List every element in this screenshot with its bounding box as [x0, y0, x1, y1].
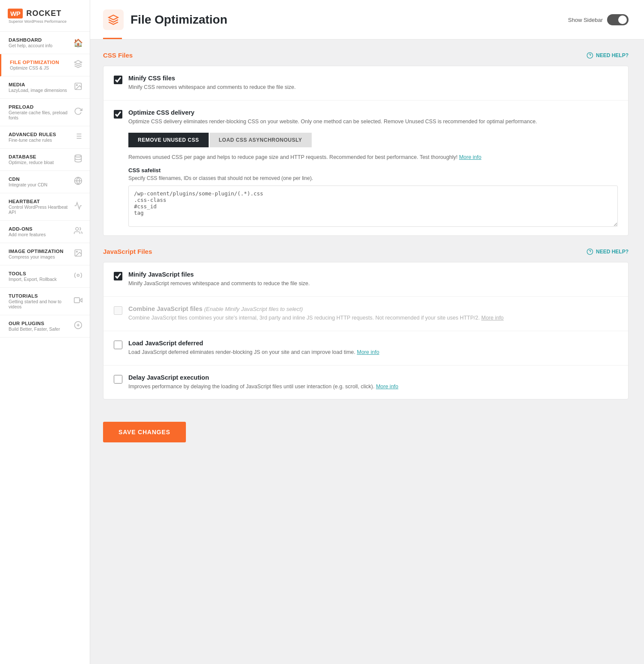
home-icon: 🏠	[73, 38, 83, 48]
header-underline	[103, 38, 122, 39]
css-need-help-link[interactable]: NEED HELP?	[586, 52, 629, 59]
sidebar-item-tutorials[interactable]: TUTORIALS Getting started and how to vid…	[0, 288, 90, 315]
toggle-off-label: OFF	[618, 18, 626, 22]
tutorials-icon	[73, 296, 83, 307]
save-changes-button[interactable]: SAVE CHANGES	[103, 422, 186, 442]
list-icon	[73, 132, 83, 143]
page-title: File Optimization	[131, 13, 228, 27]
content-area: CSS Files NEED HELP? Minify CSS files Mi…	[90, 40, 644, 459]
save-btn-area: SAVE CHANGES	[103, 411, 629, 447]
sidebar-toggle[interactable]: Show Sidebar OFF	[568, 14, 629, 25]
css-section-title: CSS Files	[103, 52, 133, 59]
svg-marker-16	[79, 298, 82, 302]
svg-marker-21	[109, 15, 118, 20]
plugin-icon	[73, 321, 83, 332]
delay-js-label: Delay JavaScript execution	[128, 374, 398, 381]
minify-css-desc: Minify CSS removes whitespace and commen…	[128, 83, 296, 91]
image-opt-icon	[73, 249, 83, 259]
svg-marker-0	[75, 61, 82, 64]
page-icon	[103, 9, 124, 30]
combine-js-label: Combine JavaScript files (Enable Minify …	[128, 305, 504, 312]
svg-point-15	[77, 274, 79, 277]
layers-icon	[73, 60, 83, 70]
combine-js-desc: Combine JavaScript files combines your s…	[128, 314, 504, 322]
optimize-css-label: Optimize CSS delivery	[128, 109, 618, 116]
safelist-label: CSS safelist	[128, 167, 618, 174]
css-card: Minify CSS files Minify CSS removes whit…	[103, 66, 629, 236]
css-need-help-label: NEED HELP?	[596, 52, 629, 58]
js-need-help-label: NEED HELP?	[596, 249, 629, 255]
js-section-title: JavaScript Files	[103, 248, 152, 255]
media-icon	[73, 82, 83, 93]
database-icon	[73, 154, 83, 165]
minify-css-checkbox[interactable]	[114, 76, 122, 84]
load-css-async-btn[interactable]: LOAD CSS ASYNCHRONOUSLY	[210, 133, 312, 147]
globe-icon	[73, 177, 83, 187]
sidebar-item-cdn[interactable]: CDN Integrate your CDN	[0, 171, 90, 193]
optimize-css-row: Optimize CSS delivery Optimize CSS deliv…	[103, 101, 628, 236]
combine-js-checkbox[interactable]	[114, 306, 122, 315]
js-card: Minify JavaScript files Minify JavaScrip…	[103, 262, 629, 399]
logo-tagline: Superior WordPress Performance	[8, 19, 82, 24]
delivery-method-buttons: REMOVE UNUSED CSS LOAD CSS ASYNCHRONOUSL…	[128, 133, 618, 147]
css-section-header: CSS Files NEED HELP?	[103, 52, 629, 59]
sidebar-item-our-plugins[interactable]: OUR PLUGINS Build Better, Faster, Safer	[0, 315, 90, 338]
deferred-more-info[interactable]: More info	[357, 349, 379, 355]
safelist-sub: Specify CSS filenames, IDs or classes th…	[128, 175, 618, 181]
logo-wp-badge: WP	[8, 9, 23, 18]
minify-js-row: Minify JavaScript files Minify JavaScrip…	[103, 262, 628, 297]
svg-point-2	[76, 85, 78, 86]
minify-js-checkbox[interactable]	[114, 272, 122, 280]
sidebar-item-file-optimization[interactable]: FILE OPTIMIZATION Optimize CSS & JS	[0, 54, 90, 76]
sidebar-item-preload[interactable]: PRELOAD Generate cache files, preload fo…	[0, 99, 90, 126]
load-js-deferred-desc: Load JavaScript deferred eliminates rend…	[128, 348, 379, 356]
load-js-deferred-label: Load JavaScript deferred	[128, 340, 379, 347]
sidebar: WP ROCKET Superior WordPress Performance…	[0, 0, 90, 664]
logo-name: ROCKET	[26, 9, 61, 18]
minify-css-row: Minify CSS files Minify CSS removes whit…	[103, 66, 628, 101]
combine-js-more-info[interactable]: More info	[481, 315, 504, 321]
sidebar-item-add-ons[interactable]: ADD-ONS Add more features	[0, 221, 90, 243]
js-section-header: JavaScript Files NEED HELP?	[103, 248, 629, 255]
minify-js-label: Minify JavaScript files	[128, 271, 310, 278]
remove-more-info-link[interactable]: More info	[459, 154, 481, 160]
optimize-css-checkbox[interactable]	[114, 110, 122, 119]
sidebar-item-media[interactable]: MEDIA LazyLoad, image dimensions	[0, 76, 90, 99]
sidebar-item-image-optimization[interactable]: IMAGE OPTIMIZATION Compress your images	[0, 243, 90, 265]
sidebar-item-heartbeat[interactable]: HEARTBEAT Control WordPress Heartbeat AP…	[0, 193, 90, 221]
addons-icon	[73, 226, 83, 237]
sidebar-item-tools[interactable]: TOOLS Import, Export, Rollback	[0, 265, 90, 288]
js-need-help-link[interactable]: NEED HELP?	[586, 248, 629, 255]
heartbeat-icon	[73, 201, 83, 212]
delay-js-row: Delay JavaScript execution Improves perf…	[103, 366, 628, 399]
sidebar-item-advanced-rules[interactable]: ADVANCED RULES Fine-tune cache rules	[0, 126, 90, 149]
remove-unused-css-btn[interactable]: REMOVE UNUSED CSS	[128, 133, 209, 147]
minify-css-label: Minify CSS files	[128, 75, 296, 82]
delay-js-desc: Improves performance by delaying the loa…	[128, 383, 398, 391]
sidebar-item-database[interactable]: DATABASE Optimize, reduce bloat	[0, 149, 90, 171]
remove-unused-desc: Removes unused CSS per page and helps to…	[128, 153, 618, 161]
logo: WP ROCKET	[8, 9, 82, 18]
refresh-icon	[73, 107, 83, 118]
tools-icon	[73, 271, 83, 282]
page-header: File Optimization Show Sidebar OFF	[90, 0, 644, 40]
svg-point-12	[76, 228, 79, 231]
load-js-deferred-checkbox[interactable]	[114, 341, 122, 349]
delay-js-checkbox[interactable]	[114, 375, 122, 384]
svg-point-14	[76, 251, 78, 253]
main-content: File Optimization Show Sidebar OFF CSS F…	[90, 0, 644, 664]
show-sidebar-label: Show Sidebar	[568, 17, 603, 23]
combine-js-row: Combine JavaScript files (Enable Minify …	[103, 297, 628, 331]
load-js-deferred-row: Load JavaScript deferred Load JavaScript…	[103, 331, 628, 366]
toggle-switch[interactable]: OFF	[607, 14, 629, 25]
delay-more-info[interactable]: More info	[376, 384, 398, 390]
svg-point-9	[75, 155, 82, 157]
sidebar-item-dashboard[interactable]: DASHBOARD Get help, account info 🏠	[0, 32, 90, 54]
logo-area: WP ROCKET Superior WordPress Performance	[0, 0, 90, 32]
css-safelist-textarea[interactable]: /wp-content/plugins/some-plugin/(.*).css…	[128, 186, 618, 227]
optimize-css-desc: Optimize CSS delivery eliminates render-…	[128, 118, 618, 126]
minify-js-desc: Minify JavaScript removes whitespace and…	[128, 280, 310, 288]
svg-rect-17	[74, 298, 80, 303]
